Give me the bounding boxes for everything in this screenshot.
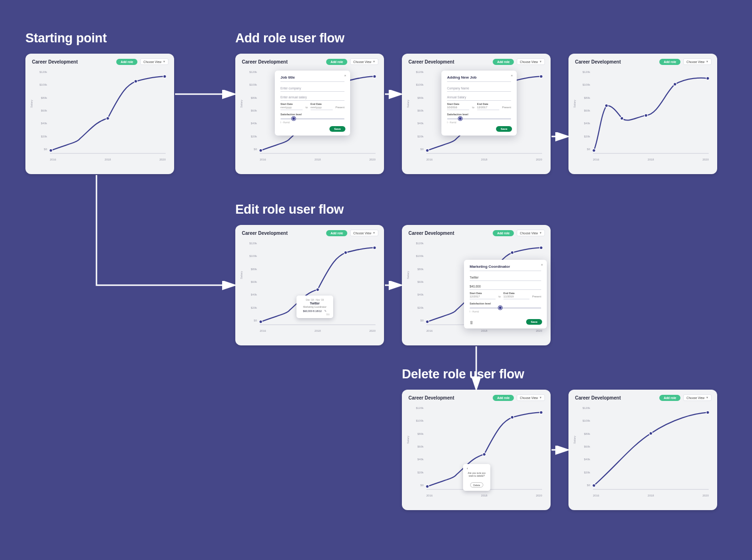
salary-input[interactable]: $40,000 bbox=[470, 283, 541, 290]
svg-point-4 bbox=[163, 75, 167, 78]
svg-point-40 bbox=[706, 411, 710, 414]
end-date-input[interactable]: 12/2017 bbox=[477, 106, 499, 110]
start-date-label: Start Date bbox=[280, 103, 303, 105]
satisfaction-slider[interactable] bbox=[470, 307, 541, 309]
card-add-2: Career Development Add role Choose View▾… bbox=[402, 54, 551, 174]
svg-point-14 bbox=[540, 75, 543, 78]
back-icon[interactable]: ‹ bbox=[467, 467, 487, 470]
choose-view-dropdown[interactable]: Choose View▾ bbox=[517, 394, 545, 401]
tooltip-role: Marketing Coordinator bbox=[300, 305, 329, 308]
salary-input[interactable]: Annual Salary bbox=[447, 94, 511, 101]
edit-role-modal: × Marketing Coordinator Twitter $40,000 … bbox=[464, 260, 547, 328]
satisfaction-slider[interactable] bbox=[280, 118, 344, 120]
save-button[interactable]: Save bbox=[329, 126, 345, 132]
present-toggle[interactable]: Present bbox=[532, 295, 541, 299]
end-date-label: End Date bbox=[311, 103, 333, 105]
modal-title-input[interactable]: Marketing Coordinator bbox=[470, 264, 541, 271]
card-starting: Career Development Add role Choose View … bbox=[25, 54, 174, 174]
choose-view-dropdown[interactable]: Choose View ▾ bbox=[140, 58, 168, 65]
close-icon[interactable]: × bbox=[541, 263, 543, 267]
svg-point-19 bbox=[644, 114, 648, 117]
save-button[interactable]: Save bbox=[496, 126, 512, 132]
delete-button[interactable]: Delete bbox=[470, 482, 483, 488]
svg-point-33 bbox=[426, 485, 429, 488]
choose-view-label: Choose View bbox=[144, 60, 161, 64]
chevron-down-icon: ▾ bbox=[706, 60, 708, 64]
company-input[interactable]: Twitter bbox=[470, 274, 541, 281]
slider-knob[interactable] bbox=[458, 117, 462, 120]
svg-point-39 bbox=[649, 432, 653, 435]
chevron-down-icon: ▾ bbox=[163, 60, 165, 64]
svg-point-26 bbox=[373, 246, 376, 249]
choose-view-dropdown[interactable]: Choose View▾ bbox=[683, 394, 712, 401]
end-date-input[interactable]: mm/yyyy bbox=[311, 106, 333, 110]
tooltip-satisfaction: 8.6 bbox=[300, 313, 329, 316]
svg-point-21 bbox=[706, 77, 710, 80]
chevron-down-icon: ▾ bbox=[373, 60, 375, 64]
edit-icon[interactable]: ✎ bbox=[324, 310, 327, 312]
svg-point-6 bbox=[259, 149, 263, 152]
start-date-input[interactable]: 12/2017 bbox=[470, 295, 496, 299]
svg-point-2 bbox=[106, 117, 110, 120]
add-role-button[interactable]: Add role bbox=[116, 59, 137, 65]
chart-area: Salary $120k$100k$80k $60k$40k$20k $0 20… bbox=[31, 68, 168, 167]
add-role-button[interactable]: Add role bbox=[659, 395, 680, 401]
choose-view-dropdown[interactable]: Choose View▾ bbox=[517, 230, 545, 236]
card-edit-1: Career Development Add role Choose View▾… bbox=[235, 225, 384, 345]
svg-point-3 bbox=[134, 80, 137, 83]
add-role-button[interactable]: Add role bbox=[493, 59, 513, 65]
close-icon[interactable]: × bbox=[344, 73, 346, 78]
svg-point-23 bbox=[259, 320, 263, 323]
satisfaction-label: Satisfaction level bbox=[280, 113, 344, 116]
svg-point-9 bbox=[373, 75, 376, 78]
start-date-input[interactable]: 10/2016 bbox=[447, 106, 469, 110]
choose-view-dropdown[interactable]: Choose View▾ bbox=[350, 230, 378, 236]
company-input[interactable]: Company Name bbox=[447, 85, 511, 92]
card-edit-2: Career Development Add role Choose View▾… bbox=[402, 225, 551, 345]
present-toggle[interactable]: Present bbox=[502, 106, 511, 110]
svg-point-24 bbox=[316, 288, 320, 291]
add-role-button[interactable]: Add role bbox=[493, 230, 513, 236]
section-title-delete: Delete role user flow bbox=[402, 367, 524, 382]
start-date-input[interactable]: mm/yyyy bbox=[280, 106, 303, 110]
close-icon[interactable]: × bbox=[511, 73, 513, 78]
card-add-3: Career Development Add role Choose View▾… bbox=[568, 54, 717, 174]
svg-point-18 bbox=[620, 117, 624, 120]
company-input[interactable]: Enter company bbox=[280, 85, 344, 92]
modal-title-input[interactable]: Job title bbox=[280, 75, 344, 82]
tooltip-rating: 8.18/12 bbox=[313, 310, 321, 312]
save-button[interactable]: Save bbox=[526, 319, 542, 325]
add-role-button[interactable]: Add role bbox=[493, 395, 513, 401]
chevron-down-icon: ▾ bbox=[540, 60, 542, 64]
slider-knob[interactable] bbox=[292, 117, 296, 120]
plot bbox=[50, 71, 166, 153]
chevron-down-icon: ▾ bbox=[706, 396, 708, 400]
add-role-modal-blank: × Job title Enter company Enter annual s… bbox=[275, 71, 350, 136]
add-role-button[interactable]: Add role bbox=[326, 230, 347, 236]
choose-view-dropdown[interactable]: Choose View▾ bbox=[517, 58, 545, 65]
salary-input[interactable]: Enter annual salary bbox=[280, 94, 344, 101]
delete-confirm-dialog: ‹ Are you sure you want to delete? Delet… bbox=[463, 464, 490, 491]
choose-view-dropdown[interactable]: Choose View▾ bbox=[683, 58, 712, 65]
confirm-text: Are you sure you want to delete? bbox=[467, 472, 487, 478]
slider-knob[interactable] bbox=[498, 306, 502, 310]
tooltip-dates: Dec '18 - Nov '19 bbox=[300, 298, 329, 301]
section-title-starting: Starting point bbox=[25, 31, 107, 46]
card-title: Career Development bbox=[242, 59, 288, 64]
svg-point-36 bbox=[540, 411, 543, 414]
satisfaction-slider[interactable] bbox=[447, 118, 511, 120]
trash-icon[interactable]: 🗑 bbox=[470, 320, 473, 325]
choose-view-dropdown[interactable]: Choose View▾ bbox=[350, 58, 378, 65]
add-role-modal-filled: × Adding New Job Company Name Annual Sal… bbox=[441, 71, 517, 136]
svg-point-1 bbox=[49, 149, 53, 152]
modal-title-input[interactable]: Adding New Job bbox=[447, 75, 511, 82]
chevron-down-icon: ▾ bbox=[540, 231, 542, 235]
add-role-button[interactable]: Add role bbox=[326, 59, 347, 65]
present-toggle[interactable]: Present bbox=[336, 106, 344, 110]
svg-point-34 bbox=[483, 453, 486, 456]
card-add-1: Career Development Add role Choose View▾… bbox=[235, 54, 384, 174]
add-role-button[interactable]: Add role bbox=[659, 59, 680, 65]
role-tooltip[interactable]: Dec '18 - Nov '19 Twitter Marketing Coor… bbox=[296, 296, 333, 318]
end-date-input[interactable]: 11/2019 bbox=[504, 295, 529, 299]
card-title: Career Development bbox=[32, 59, 78, 64]
